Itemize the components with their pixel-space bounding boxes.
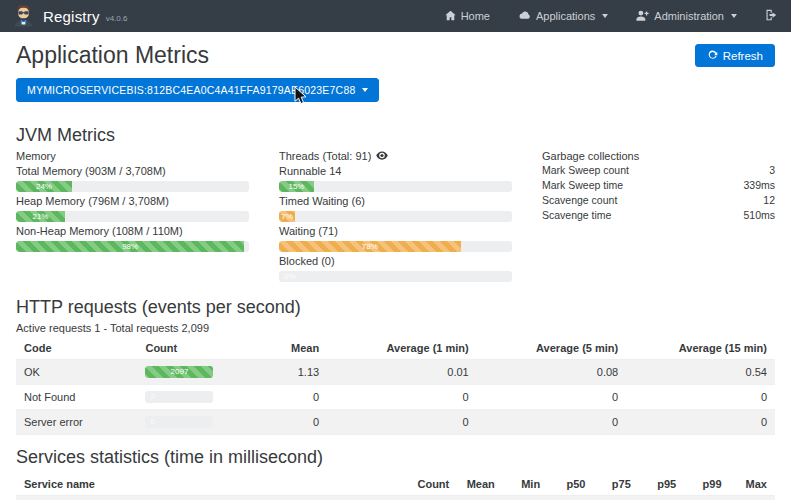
http-code-cell: Server error	[16, 410, 137, 435]
http-col-header: Average (1 min)	[327, 336, 477, 360]
http-average-cell: 0	[327, 385, 477, 410]
progress-zero-label: 0	[150, 416, 154, 427]
http-average-cell: 0	[477, 385, 627, 410]
progress-fill: 7%	[279, 211, 295, 222]
nav-home[interactable]: Home	[445, 10, 490, 23]
service-name-cell: com.mycompany.myapp.web.rest.LogsResourc…	[16, 496, 409, 500]
progress-fill: 24%	[16, 181, 72, 192]
http-mean-cell: 0	[251, 385, 327, 410]
nav-applications[interactable]: Applications	[518, 10, 608, 23]
service-col-header: p75	[593, 472, 638, 496]
memory-bar-label: Non-Heap Memory (108M / 110M)	[16, 225, 249, 237]
progress-bar: 78%	[279, 241, 512, 252]
http-average-cell: 0.54	[626, 360, 775, 385]
progress-fill: 98%	[16, 241, 244, 252]
service-stat-cell: 1	[684, 496, 729, 500]
service-stat-cell: 1	[457, 496, 503, 500]
service-stat-cell: 1	[639, 496, 684, 500]
sign-out-icon	[765, 9, 777, 23]
http-table-row: OK20971.130.010.080.54	[16, 360, 775, 385]
service-table-row: com.mycompany.myapp.web.rest.LogsResourc…	[16, 496, 775, 500]
service-col-header: p50	[548, 472, 593, 496]
memory-column: Memory Total Memory (903M / 3,708M)24%He…	[16, 150, 249, 285]
eye-icon[interactable]	[376, 150, 388, 162]
instance-selector-dropdown[interactable]: MYMICROSERVICEBIS:812BC4EA0C4A41FFA9179A…	[16, 78, 379, 102]
http-table-row: Server error00000	[16, 410, 775, 435]
progress-bar: 2	[145, 391, 213, 403]
chevron-down-icon	[731, 14, 737, 18]
jvm-metrics-title: JVM Metrics	[16, 125, 775, 146]
mouse-cursor	[294, 86, 308, 108]
threads-title: Threads (Total: 91)	[279, 150, 371, 162]
gc-row: Scavenge count12	[542, 193, 775, 208]
progress-bar: 2097	[145, 366, 213, 378]
metrics-page: Application Metrics Refresh MYMICROSERVI…	[0, 32, 791, 500]
jhipster-logo-icon	[12, 3, 35, 29]
http-count-cell: 2	[137, 385, 251, 410]
service-col-header: p95	[639, 472, 684, 496]
http-count-cell: 0	[137, 410, 251, 435]
progress-bar: 24%	[16, 181, 249, 192]
service-stat-cell: 1	[503, 496, 548, 500]
service-stat-cell: 1	[548, 496, 593, 500]
service-stat-cell: 1	[593, 496, 638, 500]
services-statistics-title: Services statistics (time in millisecond…	[16, 447, 775, 468]
progress-zero-label: 0%	[284, 271, 296, 282]
chevron-down-icon	[602, 14, 608, 18]
http-table-row: Not Found20000	[16, 385, 775, 410]
gc-row: Mark Sweep time339ms	[542, 178, 775, 193]
http-requests-table: CodeCountMeanAverage (1 min)Average (5 m…	[16, 336, 775, 435]
http-requests-subtitle: Active requests 1 - Total requests 2,099	[16, 322, 775, 334]
progress-bar: 21%	[16, 211, 249, 222]
progress-bar: 0	[145, 416, 213, 428]
http-average-cell: 0	[477, 410, 627, 435]
http-code-cell: Not Found	[16, 385, 137, 410]
http-mean-cell: 1.13	[251, 360, 327, 385]
services-statistics-table: Service nameCountMeanMinp50p75p95p99Max …	[16, 472, 775, 500]
service-col-header: Min	[503, 472, 548, 496]
thread-bar-label: Waiting (71)	[279, 225, 512, 237]
page-title: Application Metrics	[16, 42, 209, 69]
nav-menu: Home Applications Administration	[445, 9, 777, 23]
threads-column: Threads (Total: 91) Runnable 1415%Timed …	[279, 150, 512, 285]
progress-bar: 7%	[279, 211, 512, 222]
service-col-header: Mean	[457, 472, 503, 496]
nav-administration[interactable]: Administration	[636, 10, 737, 23]
service-col-header: Count	[409, 472, 457, 496]
progress-fill: 78%	[279, 241, 461, 252]
progress-bar: 98%	[16, 241, 249, 252]
refresh-icon	[707, 49, 718, 62]
nav-logout[interactable]	[765, 9, 777, 23]
http-average-cell: 0.08	[477, 360, 627, 385]
progress-fill: 21%	[16, 211, 65, 222]
home-icon	[445, 10, 456, 23]
progress-fill: 2097	[145, 366, 213, 378]
caret-down-icon	[362, 88, 368, 92]
thread-bar-label: Timed Waiting (6)	[279, 195, 512, 207]
progress-bar: 15%	[279, 181, 512, 192]
gc-label: Scavenge time	[542, 209, 611, 222]
gc-value: 12	[763, 194, 775, 207]
cloud-icon	[518, 10, 531, 23]
service-col-header: p99	[684, 472, 729, 496]
gc-row: Mark Sweep count3	[542, 163, 775, 178]
memory-title: Memory	[16, 150, 249, 162]
service-col-header: Service name	[16, 472, 409, 496]
http-average-cell: 0	[626, 410, 775, 435]
memory-bar-label: Heap Memory (796M / 3,708M)	[16, 195, 249, 207]
progress-bar: 0%	[279, 271, 512, 282]
http-col-header: Average (5 min)	[477, 336, 627, 360]
http-average-cell: 0.01	[327, 360, 477, 385]
http-col-header: Code	[16, 336, 137, 360]
brand-link[interactable]: Registry v4.0.6	[12, 3, 127, 29]
http-requests-title: HTTP requests (events per second)	[16, 297, 775, 318]
http-mean-cell: 0	[251, 410, 327, 435]
http-average-cell: 0	[327, 410, 477, 435]
http-count-cell: 2097	[137, 360, 251, 385]
http-average-cell: 0	[626, 385, 775, 410]
progress-fill: 15%	[279, 181, 314, 192]
service-col-header: Max	[730, 472, 775, 496]
refresh-button[interactable]: Refresh	[695, 44, 775, 67]
gc-label: Mark Sweep count	[542, 164, 629, 177]
brand-version: v4.0.6	[106, 14, 128, 23]
